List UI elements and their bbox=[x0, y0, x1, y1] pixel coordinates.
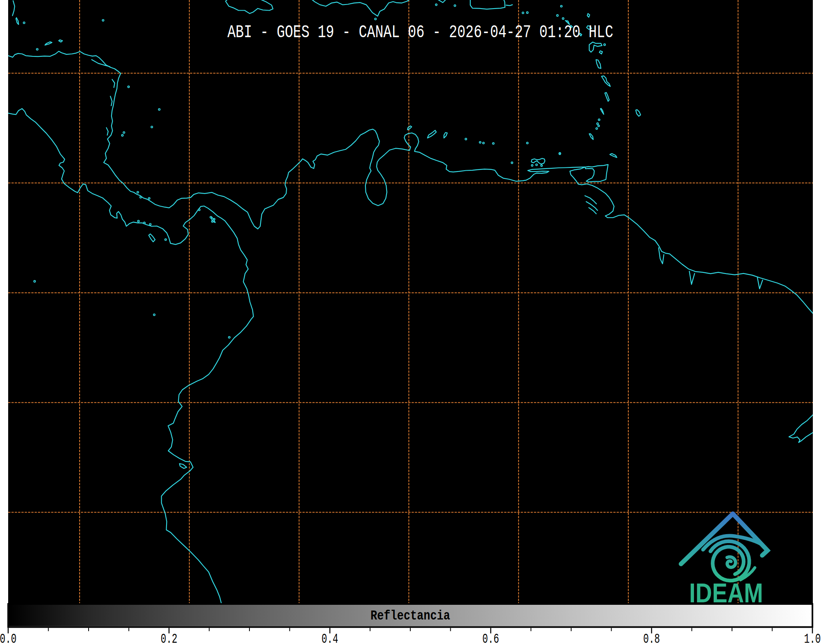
svg-text:0.2: 0.2 bbox=[161, 632, 178, 644]
svg-text:ABI - GOES 19 - CANAL 06 - 202: ABI - GOES 19 - CANAL 06 - 2026-04-27 01… bbox=[227, 22, 613, 42]
svg-text:Reflectancia: Reflectancia bbox=[371, 608, 450, 624]
svg-text:0.0: 0.0 bbox=[0, 632, 17, 644]
svg-text:1.0: 1.0 bbox=[804, 632, 821, 644]
svg-text:0.8: 0.8 bbox=[643, 632, 660, 644]
svg-text:0.4: 0.4 bbox=[322, 632, 338, 644]
svg-text:0.6: 0.6 bbox=[483, 632, 499, 644]
